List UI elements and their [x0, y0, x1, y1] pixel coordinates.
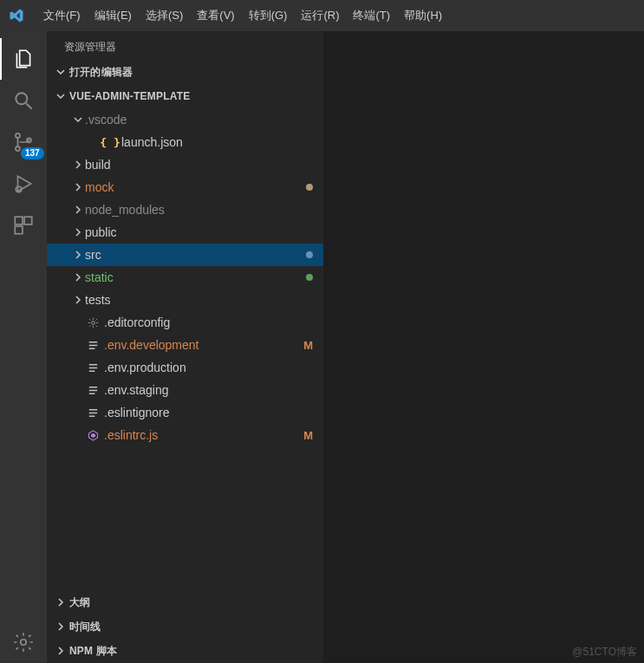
tree-item-label: src: [85, 248, 306, 262]
tree-item-label: node_modules: [85, 203, 313, 217]
chevron-right-icon: [54, 644, 68, 658]
tree-folder[interactable]: public: [47, 221, 323, 244]
tree-item-label: .eslintrc.js: [104, 428, 303, 442]
svg-point-10: [91, 321, 94, 324]
git-modified-badge: M: [303, 429, 313, 442]
eslint-icon: [85, 427, 101, 443]
git-modified-badge: M: [303, 339, 313, 352]
chevron-down-icon: [54, 65, 68, 79]
activity-extensions[interactable]: [0, 205, 47, 246]
chevron-right-icon: [71, 248, 85, 262]
lines-icon: [85, 382, 101, 398]
tree-item-label: launch.json: [121, 135, 313, 149]
menu-item[interactable]: 查看(V): [190, 5, 241, 25]
tree-file[interactable]: .env.developmentM: [47, 334, 323, 356]
files-icon: [12, 48, 35, 70]
section-outline[interactable]: 大纲: [47, 590, 323, 614]
explorer-sidebar: 资源管理器 打开的编辑器 VUE-ADMIN-TEMPLATE .vscode{…: [47, 31, 324, 663]
section-label: 时间线: [69, 620, 101, 634]
menu-item[interactable]: 转到(G): [242, 5, 295, 25]
tree-file[interactable]: .eslintignore: [47, 401, 323, 424]
tree-item-label: .env.development: [104, 338, 303, 352]
activity-run-debug[interactable]: [0, 163, 47, 205]
search-icon: [12, 89, 35, 112]
git-status-dot: [306, 184, 313, 191]
activity-bar: 137: [0, 31, 47, 663]
menu-item[interactable]: 运行(R): [294, 5, 346, 25]
tree-folder[interactable]: node_modules: [47, 198, 323, 221]
scm-badge: 137: [21, 147, 44, 159]
activity-settings[interactable]: [0, 621, 47, 663]
menu-item[interactable]: 帮助(H): [397, 5, 449, 25]
menu-item[interactable]: 终端(T): [346, 5, 397, 25]
chevron-right-icon: [71, 270, 85, 284]
tree-file[interactable]: { }launch.json: [47, 131, 323, 153]
section-label: 打开的编辑器: [69, 65, 133, 80]
lines-icon: [85, 405, 101, 420]
svg-marker-12: [91, 433, 95, 438]
editor-area: [324, 31, 644, 663]
tree-item-label: public: [85, 225, 313, 239]
titlebar: 文件(F)编辑(E)选择(S)查看(V)转到(G)运行(R)终端(T)帮助(H): [0, 0, 644, 31]
chevron-right-icon: [71, 158, 85, 172]
tree-folder[interactable]: .vscode: [47, 108, 323, 131]
vscode-logo-icon: [9, 8, 24, 23]
tree-item-label: .vscode: [85, 113, 313, 127]
chevron-right-icon: [71, 180, 85, 194]
tree-item-label: .editorconfig: [104, 315, 313, 329]
tree-folder[interactable]: mock: [47, 176, 323, 198]
section-open-editors[interactable]: 打开的编辑器: [47, 60, 323, 84]
chevron-right-icon: [71, 225, 85, 239]
menu-item[interactable]: 编辑(E): [88, 5, 139, 25]
section-label: VUE-ADMIN-TEMPLATE: [69, 90, 190, 102]
tree-item-label: .env.staging: [104, 383, 313, 397]
tree-item-label: .env.production: [104, 361, 313, 374]
menu-item[interactable]: 选择(S): [139, 5, 190, 25]
debug-icon: [12, 172, 35, 195]
chevron-right-icon: [71, 203, 85, 217]
tree-item-label: build: [85, 158, 313, 172]
explorer-title: 资源管理器: [47, 31, 323, 60]
menu-item[interactable]: 文件(F): [36, 5, 88, 25]
section-project[interactable]: VUE-ADMIN-TEMPLATE: [47, 84, 323, 108]
git-status-dot: [306, 274, 313, 281]
section-label: NPM 脚本: [69, 644, 117, 659]
section-label: 大纲: [69, 595, 90, 610]
file-tree: .vscode{ }launch.jsonbuildmocknode_modul…: [47, 108, 323, 590]
svg-point-9: [21, 640, 27, 646]
tree-folder[interactable]: tests: [47, 289, 323, 311]
gear-icon: [85, 315, 101, 330]
vscode-window: 文件(F)编辑(E)选择(S)查看(V)转到(G)运行(R)终端(T)帮助(H)…: [0, 0, 644, 663]
chevron-down-icon: [54, 89, 68, 103]
braces-icon: { }: [102, 134, 118, 150]
main-area: 137 资源管理器 打开的编辑器 VUE-ADMIN-TEMPLATE: [0, 31, 644, 663]
tree-folder[interactable]: src: [47, 244, 323, 266]
tree-file[interactable]: .editorconfig: [47, 311, 323, 334]
tree-folder[interactable]: build: [47, 153, 323, 176]
tree-file[interactable]: .eslintrc.jsM: [47, 424, 323, 446]
tree-file[interactable]: .env.production: [47, 356, 323, 379]
svg-rect-6: [15, 217, 23, 224]
section-npm[interactable]: NPM 脚本: [47, 639, 323, 663]
section-timeline[interactable]: 时间线: [47, 614, 323, 639]
svg-rect-7: [24, 217, 32, 224]
extensions-icon: [12, 214, 35, 237]
git-status-dot: [306, 251, 313, 258]
tree-item-label: .eslintignore: [104, 406, 313, 419]
svg-point-0: [16, 93, 27, 104]
tree-item-label: tests: [85, 293, 313, 307]
lines-icon: [85, 360, 101, 375]
activity-search[interactable]: [0, 80, 47, 121]
tree-file[interactable]: .env.staging: [47, 379, 323, 401]
watermark: @51CTO博客: [572, 645, 637, 660]
chevron-right-icon: [71, 293, 85, 307]
svg-point-3: [16, 146, 20, 151]
chevron-down-icon: [71, 113, 85, 127]
tree-folder[interactable]: static: [47, 266, 323, 289]
activity-source-control[interactable]: 137: [0, 121, 47, 163]
activity-explorer[interactable]: [0, 38, 47, 80]
lines-icon: [85, 337, 101, 353]
tree-item-label: static: [85, 270, 306, 284]
svg-rect-8: [15, 226, 23, 234]
chevron-right-icon: [54, 595, 68, 609]
